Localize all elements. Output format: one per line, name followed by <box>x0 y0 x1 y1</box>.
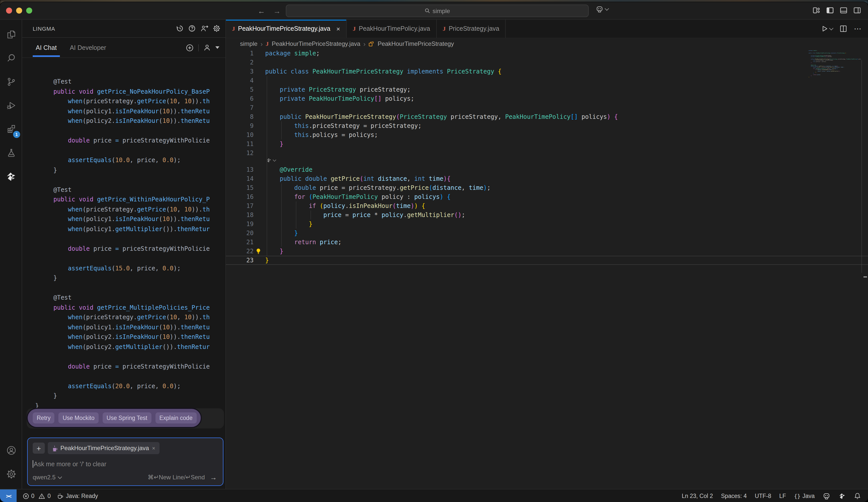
chat-input-placeholder[interactable]: Ask me more or '/' to clear <box>34 461 106 468</box>
scrollbar-track[interactable] <box>861 60 862 273</box>
command-center-search[interactable]: simple <box>286 4 589 17</box>
run-debug-icon[interactable] <box>0 94 22 117</box>
breadcrumb-symbol[interactable]: PeakHourTimePriceStrategy <box>378 40 454 47</box>
dropdown-icon[interactable] <box>215 46 219 49</box>
code-line[interactable]: 23} <box>226 256 868 265</box>
account-icon[interactable] <box>0 439 22 462</box>
lightbulb-icon[interactable] <box>255 248 262 255</box>
more-actions-icon[interactable]: ⋯ <box>854 24 862 33</box>
close-window-button[interactable] <box>6 8 12 13</box>
cursor-position[interactable]: Ln 23, Col 2 <box>682 493 713 499</box>
run-java-button[interactable] <box>821 25 833 32</box>
warning-count: 0 <box>48 493 51 499</box>
history-icon[interactable] <box>176 25 184 32</box>
code-line[interactable]: 13 @Override <box>226 165 868 174</box>
language-mode[interactable]: {} Java <box>794 493 815 499</box>
minimap[interactable]: package simple;public class PeakHourTime… <box>809 50 861 78</box>
code-line[interactable]: 18 price = price * policy.getMultiplier(… <box>226 210 868 220</box>
editor-tab[interactable]: JPriceStrategy.java <box>436 20 506 38</box>
chat-input-box[interactable]: + PeakHourTimePriceStrategy.java × Ask m… <box>27 438 224 486</box>
problems-indicator[interactable]: 0 0 <box>23 493 51 499</box>
traffic-lights <box>6 8 32 13</box>
session-account-icon[interactable] <box>203 44 211 51</box>
extensions-icon[interactable]: 1 <box>0 117 22 141</box>
code-line[interactable]: 1package simple; <box>226 49 868 58</box>
breadcrumb-file[interactable]: PeakHourTimePriceStrategy.java <box>272 40 360 47</box>
suggestion-pill: RetryUse MockitoUse Spring TestExplain c… <box>27 408 202 428</box>
settings-gear-icon[interactable] <box>0 462 22 486</box>
chat-code-line: when(priceStrategy.getPrice(10, 10)).th <box>35 313 223 322</box>
forward-icon[interactable]: → <box>273 6 281 15</box>
chat-code-line: when(policy2.isInPeakHour(10)).thenRetu <box>35 116 223 126</box>
model-selector[interactable]: qwen2.5 <box>33 474 55 481</box>
split-editor-icon[interactable] <box>840 25 847 32</box>
remote-indicator[interactable]: >< <box>0 489 17 502</box>
code-line[interactable]: 15 double price = priceStrategy.getPrice… <box>226 183 868 192</box>
toggle-secondary-sidebar-icon[interactable] <box>854 7 861 14</box>
code-line[interactable]: 7 <box>226 103 868 112</box>
zoom-window-button[interactable] <box>26 8 32 13</box>
toggle-panel-icon[interactable] <box>840 7 847 14</box>
code-line[interactable]: 3public class PeakHourTimePriceStrategy … <box>226 67 868 76</box>
testing-icon[interactable] <box>0 141 22 165</box>
code-line[interactable]: 6 private PeakHourTimePolicy[] policys; <box>226 94 868 103</box>
send-button[interactable]: → <box>210 473 217 481</box>
customize-layout-icon[interactable] <box>813 7 820 14</box>
add-context-button[interactable]: + <box>33 443 45 454</box>
code-line[interactable]: 5 private PriceStrategy priceStrategy; <box>226 85 868 94</box>
suggestion-button[interactable]: Use Spring Test <box>103 412 152 423</box>
java-status[interactable]: Java: Ready <box>57 493 98 499</box>
search-sidebar-icon[interactable] <box>0 46 22 70</box>
code-line[interactable]: 14 public double getPrice(int distance, … <box>226 174 868 183</box>
code-line[interactable]: 21 return price; <box>226 238 868 247</box>
context-file-chip[interactable]: PeakHourTimePriceStrategy.java × <box>48 442 159 454</box>
codelens-row[interactable] <box>226 158 868 165</box>
copilot-menu[interactable] <box>596 6 608 13</box>
minimize-window-button[interactable] <box>16 8 22 13</box>
suggestion-button[interactable]: Explain code <box>155 412 196 423</box>
code-line[interactable]: 8 public PeakHourTimePriceStrategy(Price… <box>226 112 868 121</box>
toggle-primary-sidebar-icon[interactable] <box>826 7 834 14</box>
lingma-panel: LINGMA AI Chat AI Developer <box>22 20 226 489</box>
code-line[interactable]: 12 <box>226 149 868 158</box>
code-editor[interactable]: 1package simple;23public class PeakHourT… <box>226 49 868 489</box>
suggestion-button[interactable]: Use Mockito <box>59 412 99 423</box>
code-line[interactable]: 20 } <box>226 229 868 238</box>
model-chevron-icon[interactable] <box>58 474 62 479</box>
code-line[interactable]: 17 if (policy.isInPeakHour(time)) { <box>226 201 868 210</box>
explorer-icon[interactable] <box>0 23 22 46</box>
new-chat-icon[interactable] <box>186 43 194 52</box>
editor-tab[interactable]: JPeakHourTimePolicy.java <box>347 20 436 38</box>
code-line[interactable]: 22 } <box>226 247 868 256</box>
code-line[interactable]: 19 } <box>226 220 868 229</box>
code-line[interactable]: 11 } <box>226 140 868 149</box>
code-line[interactable]: 2 <box>226 58 868 67</box>
lingma-codelens-icon[interactable] <box>266 158 272 163</box>
code-line[interactable]: 16 for (PeakHourTimePolicy policy : poli… <box>226 192 868 201</box>
tab-ai-chat[interactable]: AI Chat <box>36 44 56 51</box>
feedback-icon[interactable] <box>200 25 208 32</box>
help-icon[interactable] <box>188 25 196 32</box>
suggestion-button[interactable]: Retry <box>33 412 55 423</box>
tab-ai-developer[interactable]: AI Developer <box>70 44 106 51</box>
notifications-bell-icon[interactable] <box>854 492 861 500</box>
overview-cursor-marker <box>864 277 867 278</box>
code-line[interactable]: 9 this.priceStrategy = priceStrategy; <box>226 121 868 130</box>
eol-sequence[interactable]: LF <box>779 493 786 499</box>
copilot-status-icon[interactable] <box>823 493 830 499</box>
code-line[interactable]: 10 this.policys = policys; <box>226 130 868 140</box>
chip-close-icon[interactable]: × <box>152 445 155 451</box>
code-line[interactable]: 4 <box>226 76 868 85</box>
lingma-sidebar-icon[interactable] <box>0 165 22 188</box>
close-tab-icon[interactable]: × <box>337 25 340 32</box>
back-icon[interactable]: ← <box>258 6 265 15</box>
source-control-icon[interactable] <box>0 70 22 94</box>
editor-tab[interactable]: JPeakHourTimePriceStrategy.java× <box>226 20 347 38</box>
indentation[interactable]: Spaces: 4 <box>721 493 747 499</box>
java-file-icon: J <box>443 25 446 32</box>
breadcrumb-folder[interactable]: simple <box>240 40 257 47</box>
encoding[interactable]: UTF-8 <box>755 493 771 499</box>
chat-code-line: assertEquals(10.0, price, 0.0); <box>35 155 223 165</box>
sidebar-settings-icon[interactable] <box>213 25 220 32</box>
lingma-status-icon[interactable] <box>838 492 846 500</box>
